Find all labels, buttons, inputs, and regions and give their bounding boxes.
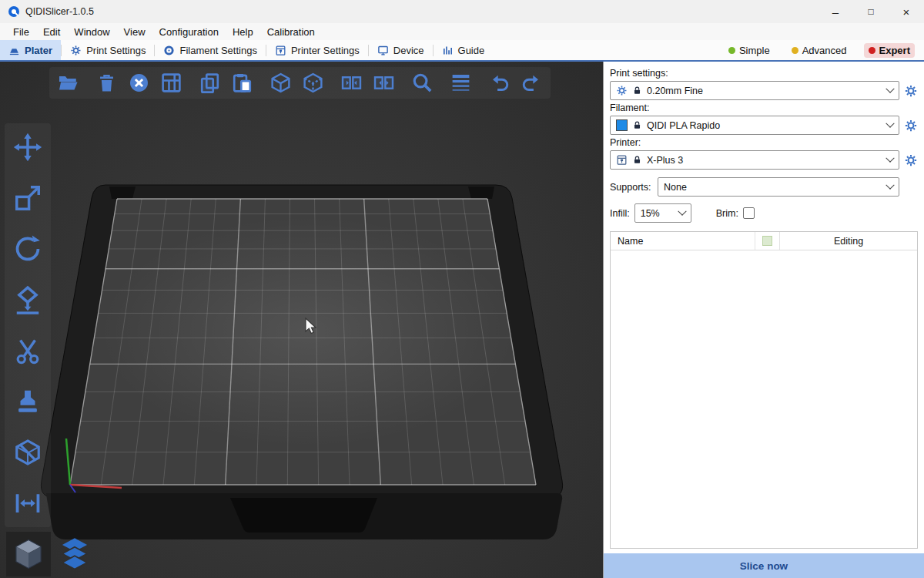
3d-viewport[interactable] [0, 62, 603, 578]
menu-file[interactable]: File [6, 23, 36, 40]
printer-gear-button[interactable] [904, 153, 918, 167]
split-to-objects-button[interactable] [269, 71, 293, 95]
layer-height-icon [450, 72, 472, 94]
column-name[interactable]: Name [611, 232, 755, 250]
split-to-parts-button[interactable] [301, 71, 325, 95]
supports-value: None [664, 182, 882, 193]
place-on-face-button[interactable] [8, 282, 48, 318]
distance-button[interactable] [8, 486, 48, 521]
menu-help[interactable]: Help [226, 23, 260, 40]
chevron-down-icon [886, 84, 894, 92]
printer-value: X-Plus 3 [647, 155, 882, 166]
column-editing[interactable]: Editing [779, 232, 917, 250]
place-on-face-icon [13, 285, 42, 314]
window-controls: –□× [818, 0, 924, 23]
tab-printer-settings[interactable]: Printer Settings [266, 40, 368, 60]
chevron-down-icon [678, 207, 686, 215]
sidebar: Print settings: 0.20mm Fine Filament: [603, 62, 924, 578]
mode-expert[interactable]: Expert [864, 43, 915, 58]
copy-button[interactable] [198, 71, 222, 95]
supports-combo[interactable]: None [658, 177, 899, 197]
arrange-button[interactable] [159, 71, 183, 95]
chevron-down-icon [886, 180, 894, 189]
lock-icon [632, 86, 642, 96]
3d-scene[interactable] [0, 62, 603, 578]
mode-label: Simple [739, 45, 770, 56]
split-objects-icon [270, 72, 292, 94]
paint-supports-button[interactable] [8, 384, 48, 419]
scale-icon [13, 183, 42, 213]
plater-icon [8, 45, 20, 56]
tab-label: Print Settings [86, 45, 146, 56]
infill-value: 15% [641, 208, 675, 219]
trash-icon [95, 72, 118, 94]
print-settings-gear-button[interactable] [904, 84, 918, 98]
tab-print-settings[interactable]: Print Settings [62, 40, 154, 60]
print-bed-notch [230, 498, 377, 533]
mode-dot-icon [869, 47, 875, 54]
printer-label: Printer: [610, 137, 918, 148]
menu-edit[interactable]: Edit [36, 23, 67, 40]
window-close-button[interactable]: × [889, 0, 924, 23]
scale-button[interactable] [8, 180, 48, 216]
delete-all-icon [128, 72, 150, 94]
infill-combo[interactable]: 15% [634, 203, 691, 223]
remove-instance-button[interactable] [372, 71, 396, 95]
window-minimize-button[interactable]: – [818, 0, 853, 23]
search-button[interactable] [410, 71, 434, 95]
menu-view[interactable]: View [117, 23, 152, 40]
tab-filament-settings[interactable]: Filament Settings [155, 40, 265, 60]
print-settings-label: Print settings: [610, 68, 918, 79]
bed-clip-left [109, 187, 136, 199]
delete-all-button[interactable] [127, 71, 151, 95]
cut-button[interactable] [8, 333, 48, 368]
paste-button[interactable] [230, 71, 254, 95]
mode-advanced[interactable]: Advanced [787, 43, 852, 58]
split-parts-icon [302, 72, 324, 94]
mode-dot-icon [728, 47, 735, 54]
filament-combo[interactable]: QIDI PLA Rapido [610, 116, 899, 135]
object-list-body[interactable] [611, 250, 917, 548]
lock-icon [632, 155, 642, 165]
3d-editor-view-button[interactable] [6, 532, 51, 576]
window-maximize-button[interactable]: □ [853, 0, 889, 23]
filament-gear-button[interactable] [904, 119, 918, 133]
tab-guide[interactable]: Guide [434, 40, 494, 60]
preview-view-button[interactable] [52, 532, 97, 576]
variable-layer-height-button[interactable] [449, 71, 473, 95]
printer-combo[interactable]: X-Plus 3 [610, 150, 899, 170]
open-project-button[interactable] [56, 71, 80, 95]
tab-label: Plater [25, 45, 52, 56]
lock-icon [632, 120, 642, 130]
tab-plater[interactable]: Plater [0, 40, 61, 60]
tabbar: PlaterPrint SettingsFilament SettingsPri… [0, 40, 924, 62]
tab-label: Guide [458, 45, 485, 56]
print-settings-value: 0.20mm Fine [647, 86, 882, 96]
object-list[interactable]: Name Editing [610, 231, 918, 549]
paste-icon [231, 72, 253, 94]
add-instance-button[interactable] [340, 71, 363, 95]
brim-checkbox[interactable] [743, 207, 755, 219]
measure-button[interactable] [8, 435, 48, 470]
tab-label: Filament Settings [179, 45, 256, 56]
arrange-icon [160, 72, 182, 94]
tab-device[interactable]: Device [369, 40, 433, 60]
redo-button[interactable] [520, 71, 544, 95]
slice-now-button[interactable]: Slice now [604, 553, 924, 578]
undo-button[interactable] [487, 71, 511, 95]
move-button[interactable] [8, 129, 48, 165]
menubar: FileEditWindowViewConfigurationHelpCalib… [0, 23, 924, 40]
mode-simple[interactable]: Simple [724, 43, 775, 58]
menu-configuration[interactable]: Configuration [152, 23, 226, 40]
rotate-icon [13, 234, 42, 264]
supports-row: Supports: None [610, 177, 918, 197]
delete-button[interactable] [95, 71, 119, 95]
bed-clip-right [468, 187, 494, 199]
print-settings-combo[interactable]: 0.20mm Fine [610, 81, 899, 100]
menu-window[interactable]: Window [67, 23, 116, 40]
menu-calibration[interactable]: Calibration [260, 23, 322, 40]
rotate-button[interactable] [8, 231, 48, 267]
column-extruder[interactable] [755, 232, 779, 250]
chevron-down-icon [886, 119, 894, 127]
cut-icon [13, 336, 42, 365]
